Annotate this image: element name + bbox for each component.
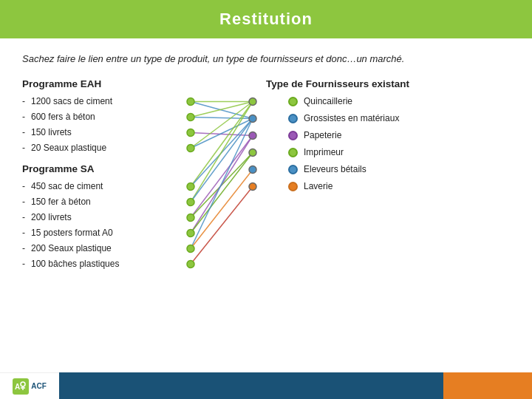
fournisseur-item: Imprimeur xyxy=(288,145,510,160)
programme-eah-title: Programme EAH xyxy=(22,78,177,89)
svg-line-14 xyxy=(191,152,253,233)
svg-line-6 xyxy=(191,118,253,148)
svg-point-25 xyxy=(187,229,194,236)
header-title: Restitution xyxy=(219,10,313,29)
svg-point-18 xyxy=(187,98,194,105)
fournisseur-name: Laverie xyxy=(304,179,332,194)
svg-line-5 xyxy=(191,101,253,148)
svg-point-33 xyxy=(249,183,256,190)
fournisseur-item: Grossistes en matériaux xyxy=(288,111,510,126)
svg-point-29 xyxy=(249,115,256,122)
fournisseur-dot xyxy=(288,97,298,106)
svg-line-11 xyxy=(191,135,253,217)
header-bar: Restitution xyxy=(0,0,532,38)
left-col: Programme EAH 1200 sacs de ciment600 fer… xyxy=(22,78,177,279)
svg-point-23 xyxy=(187,198,194,205)
svg-line-9 xyxy=(191,101,253,202)
eah-list-item: 20 Seaux plastique xyxy=(22,140,177,156)
footer: A ACF xyxy=(0,372,532,399)
fournisseur-dot xyxy=(288,182,298,191)
fournisseur-item: Quincaillerie xyxy=(288,94,510,109)
programme-sa-section: Programme SA 450 sac de ciment150 fer à … xyxy=(22,163,177,272)
eah-list-item: 600 fers à béton xyxy=(22,109,177,125)
fournisseur-name: Papeterie xyxy=(304,128,341,143)
fournisseur-dot xyxy=(288,131,298,140)
subtitle-text: Sachez faire le lien entre un type de pr… xyxy=(22,52,510,66)
acf-logo: A ACF xyxy=(13,378,47,395)
programme-eah-section: Programme EAH 1200 sacs de ciment600 fer… xyxy=(22,78,177,156)
fournisseur-dot xyxy=(288,148,298,157)
svg-point-26 xyxy=(187,245,194,252)
svg-line-1 xyxy=(191,101,253,118)
programme-sa-list: 450 sac de ciment150 fer à béton200 livr… xyxy=(22,179,177,272)
sa-list-item: 200 Seaux plastique xyxy=(22,241,177,256)
sa-list-item: 450 sac de ciment xyxy=(22,179,177,194)
eah-list-item: 1200 sacs de ciment xyxy=(22,94,177,109)
fournisseur-name: Eleveurs bétails xyxy=(304,162,366,177)
acf-logo-area: A ACF xyxy=(0,372,59,399)
svg-line-16 xyxy=(191,169,253,248)
fournisseur-name: Imprimeur xyxy=(304,145,344,160)
fournisseur-item: Laverie xyxy=(288,179,510,194)
svg-line-3 xyxy=(191,117,253,118)
svg-point-19 xyxy=(187,113,194,120)
svg-point-22 xyxy=(187,183,194,190)
sa-list-item: 15 posters format A0 xyxy=(22,225,177,241)
svg-line-12 xyxy=(191,152,253,217)
footer-blue-bar xyxy=(59,372,443,399)
fournisseur-item: Eleveurs bétails xyxy=(288,162,510,177)
content-area: Sachez faire le lien entre un type de pr… xyxy=(0,38,532,279)
svg-point-32 xyxy=(249,166,256,173)
svg-point-21 xyxy=(187,144,194,151)
sa-list-item: 100 bâches plastiques xyxy=(22,256,177,272)
programme-eah-list: 1200 sacs de ciment600 fers à béton150 l… xyxy=(22,94,177,156)
acf-icon: A xyxy=(13,378,29,395)
svg-line-4 xyxy=(191,132,253,135)
fournisseur-dot xyxy=(288,114,298,123)
fournisseur-name: Grossistes en matériaux xyxy=(304,111,399,126)
acf-text: ACF xyxy=(31,382,47,390)
footer-orange-bar xyxy=(443,372,532,399)
svg-line-8 xyxy=(191,118,253,186)
fournisseur-dot xyxy=(288,165,298,174)
programme-sa-title: Programme SA xyxy=(22,163,177,174)
eah-list-item: 150 livrets xyxy=(22,125,177,140)
svg-point-30 xyxy=(249,132,256,139)
fournisseur-item: Papeterie xyxy=(288,128,510,143)
svg-point-28 xyxy=(249,98,256,105)
fournisseur-name: Quincaillerie xyxy=(304,94,352,109)
svg-point-31 xyxy=(249,149,256,156)
fournisseurs-title: Type de Fournisseurs existant xyxy=(266,78,510,89)
svg-point-24 xyxy=(187,214,194,221)
svg-line-10 xyxy=(191,118,253,202)
svg-point-20 xyxy=(187,129,194,136)
svg-line-15 xyxy=(191,118,253,248)
middle-lines-col xyxy=(177,78,266,279)
svg-point-27 xyxy=(187,260,194,267)
svg-line-2 xyxy=(191,101,253,117)
fournisseurs-list: QuincaillerieGrossistes en matériauxPape… xyxy=(288,94,510,194)
svg-text:A: A xyxy=(15,383,20,391)
sa-list-item: 200 livrets xyxy=(22,210,177,225)
right-col: Type de Fournisseurs existant Quincaille… xyxy=(266,78,510,279)
svg-line-7 xyxy=(191,101,253,186)
svg-line-13 xyxy=(191,135,253,233)
svg-line-17 xyxy=(191,186,253,264)
sa-list-item: 150 fer à béton xyxy=(22,194,177,210)
